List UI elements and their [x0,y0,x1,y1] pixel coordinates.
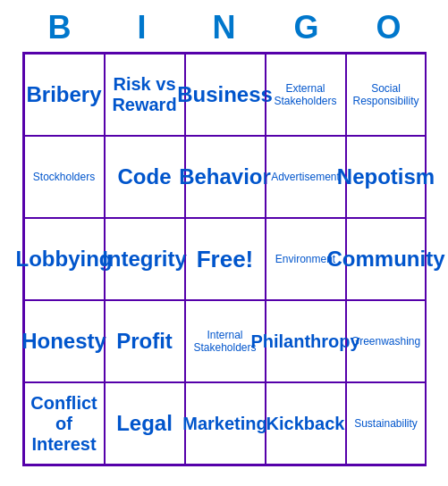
bingo-letter-i: I [106,9,178,46]
bingo-cell-24[interactable]: Sustainability [346,382,427,465]
bingo-letter-n: N [189,9,260,46]
bingo-header: BINGO [19,0,430,52]
bingo-letter-o: O [353,9,425,46]
bingo-cell-15[interactable]: Honesty [24,300,105,382]
bingo-cell-0[interactable]: Bribery [24,54,105,136]
bingo-cell-18[interactable]: Philanthropy [266,300,346,382]
bingo-cell-10[interactable]: Lobbying [24,218,105,300]
bingo-cell-6[interactable]: Code [105,136,185,218]
bingo-cell-19[interactable]: Greenwashing [346,300,427,382]
bingo-cell-16[interactable]: Profit [105,300,185,382]
bingo-letter-g: G [271,9,342,46]
bingo-cell-9[interactable]: Nepotism [346,136,427,218]
bingo-letter-b: B [24,9,96,46]
bingo-cell-23[interactable]: Kickback [266,382,346,465]
bingo-cell-5[interactable]: Stockholders [24,136,105,218]
bingo-cell-7[interactable]: Behavior [185,136,266,218]
bingo-cell-8[interactable]: Advertisement [266,136,346,218]
bingo-cell-4[interactable]: Social Responsibility [346,54,427,136]
bingo-cell-14[interactable]: Community [346,218,427,300]
bingo-grid: BriberyRisk vs RewardBusinessExternal St… [22,52,427,466]
bingo-cell-22[interactable]: Marketing [185,382,266,465]
bingo-cell-20[interactable]: Conflict of Interest [24,382,105,465]
bingo-cell-11[interactable]: Integrity [105,218,185,300]
bingo-cell-1[interactable]: Risk vs Reward [105,54,185,136]
bingo-cell-21[interactable]: Legal [105,382,185,465]
bingo-cell-3[interactable]: External Stakeholders [266,54,346,136]
bingo-cell-12[interactable]: Free! [185,218,266,300]
bingo-cell-2[interactable]: Business [185,54,266,136]
